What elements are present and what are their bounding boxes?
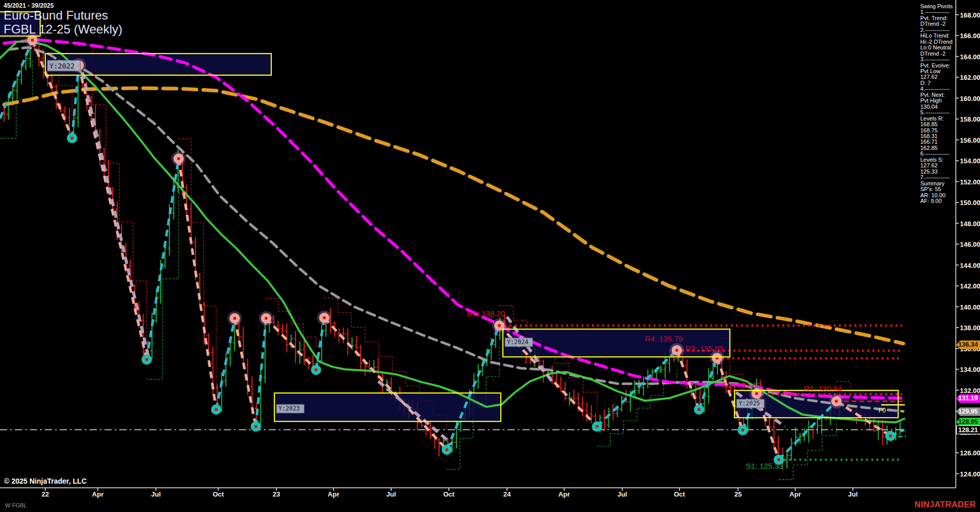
time-axis-label: Apr [328,490,339,498]
level-label-R1: R1: 130.94 [804,384,842,393]
pivot-marker [177,157,180,160]
pivot-panel-line: HiLo Trend: [920,33,956,39]
chart-canvas[interactable]: Y:2022Y:2023Y:2024Y:2025R5: 138.20R4: 13… [0,0,980,512]
pivot-panel-line: 7.------------- [920,175,956,180]
pivot-panel-line: 3.------------- [920,57,956,62]
time-axis-label: Jul [387,490,396,498]
price-axis-label: 156.00 [960,136,980,144]
moving-averages [0,40,904,422]
series-label: W FGBL [5,502,27,508]
price-axis-label: 150.00 [960,199,980,207]
level-label-R3: R3: 135.05 [686,344,723,353]
pivot-marker [215,408,218,411]
price-axis-label: 142.00 [960,282,980,290]
zigzag-down-leg [179,159,216,409]
swing-pivots-panel: Swing Pivots1.-------------Pvt. Trend:DT… [920,4,956,204]
zigzag-up-leg [216,318,235,409]
time-axis-label: 23 [273,490,280,498]
price-axis-label: 124.00 [960,470,980,477]
instrument-title: Euro-Bund Futures [4,8,108,23]
zigzag-up-leg [447,326,499,450]
zigzag-down-leg [235,318,256,426]
hilo-zigzag [82,72,785,444]
pivot-marker [741,429,744,432]
zigzag-down-leg [79,65,147,360]
pivot-marker [675,349,678,352]
year-box-fills [0,12,898,421]
ninjatrader-logo: NINJATRADER [915,500,976,509]
pivot-marker [31,39,34,42]
time-axis-label: Oct [213,490,224,498]
price-axis-label: 160.00 [960,94,980,102]
pivot-panel-line: SP's: 55 [920,186,956,192]
copyright-watermark: © 2025 NinjaTrader, LLC [4,477,87,485]
contract-subtitle: FGBL 12-25 (Weekly) [4,22,122,37]
time-axis-label: 25 [734,490,742,498]
time-axis-label: Oct [443,490,454,498]
year-chip-label: Y:2025 [739,400,760,407]
pivot-marker [889,434,892,437]
pivot-marker [596,425,599,428]
price-tag-136.34: 136.34 [956,340,980,349]
price-axis-label: 132.00 [960,386,980,394]
pivot-panel-line: 127.62 [920,163,956,168]
pivot-marker [697,408,701,411]
pivot-panel-line: 5.------------- [920,110,956,115]
time-axis-label: Jul [848,490,858,498]
pivot-marker [323,316,326,319]
year-chip-label: Y:2024 [507,338,529,346]
price-axis-label: 158.00 [960,115,980,123]
year-chip-label: Y:2022 [49,62,75,70]
time-axis-label: 22 [42,490,49,498]
ninjatrader-chart-window: Y:2022Y:2023Y:2024Y:2025R5: 138.20R4: 13… [0,0,980,512]
pivot-marker [498,324,501,327]
price-axis-label: 144.00 [960,261,980,269]
year-chip-label: Y:2023 [278,405,300,412]
price-tag-131.19: 131.19 [956,394,980,403]
price-axis-label: 164.00 [960,53,980,60]
hilo-zigzag-segment [82,72,149,361]
ma-fast-ema-green [0,41,904,422]
level-label-R2: R2: 131.60 [723,381,761,389]
pivot-panel-line: AF: 9.00 [920,198,956,204]
price-axis-label: 138.00 [960,324,980,332]
price-axis-label: 134.00 [960,366,980,373]
pivot-panel-line: 168.85 [920,122,956,127]
price-axis-label: 152.00 [960,178,980,185]
price-axis-label: 162.00 [960,74,980,81]
price-axis-label: 154.00 [960,157,980,165]
pivot-marker [71,136,74,140]
level-label-R5: R5: 138.20 [467,309,505,318]
time-axis-label: Apr [558,490,570,498]
level-label-F0: F0 [879,407,886,414]
pivot-marker [254,425,257,428]
pivot-marker [835,400,838,403]
pivot-marker [233,317,236,320]
level-label-R4: R4: 135.79 [645,334,682,343]
price-axis-label: 146.00 [960,241,980,248]
pivot-marker [145,358,148,361]
pivot-panel-line: Pvt High [920,98,956,104]
price-axis-label: 140.00 [960,303,980,311]
price-axis-label: 126.00 [960,449,980,457]
pivot-panel-line: Lo:0 Neutral [920,45,956,50]
price-tag-129.95: 129.95 [956,407,980,416]
level-label-S1: S1: 125.33 [746,462,783,470]
pivot-marker [755,392,758,395]
pivot-marker [777,458,780,462]
price-axis-label: 166.00 [960,32,980,40]
time-axis-label: Oct [674,490,685,498]
time-axis-label: 24 [503,490,511,498]
stop-staircase-above [179,139,216,390]
price-axis-label: 148.00 [960,219,980,227]
time-axis-label: Apr [790,490,801,498]
time-axis-label: Apr [92,490,103,498]
time-axis-label: Jul [618,490,627,498]
pivot-marker [314,368,318,371]
pivot-marker [265,317,268,320]
pivot-marker [445,448,448,451]
price-axis-label: 168.00 [960,11,980,19]
ma-sma-magenta [4,40,903,398]
time-axis-label: Jul [151,490,161,498]
price-tag-128.21: 128.21 [956,425,980,434]
